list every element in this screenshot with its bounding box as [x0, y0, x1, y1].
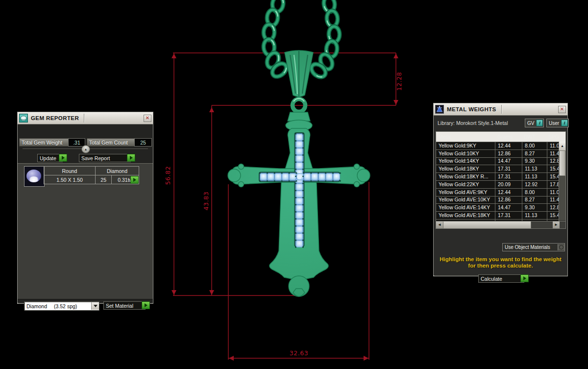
dropdown-glyph-button[interactable]	[558, 244, 564, 250]
table-cell[interactable]: Yellow Gold:18KY	[436, 165, 495, 172]
table-row[interactable]: Yellow Gold:10KY12.868.2711.43	[436, 150, 559, 158]
table-cell[interactable]: 14.47	[495, 158, 522, 165]
table-cell[interactable]: Yellow Gold AVE:9KY	[436, 189, 495, 196]
table-cell[interactable]: Yellow Gold:14KY	[436, 158, 495, 165]
table-cell[interactable]: 12.44	[495, 142, 522, 149]
table-cell[interactable]: 14.47	[495, 204, 522, 211]
total-gem-weight-label: Total Gem Weight	[19, 138, 71, 147]
metal-table-body[interactable]: Yellow Gold:9KY12.448.0011.08Yellow Gold…	[436, 142, 565, 227]
material-dropdown-spg: (3.52 spg)	[54, 303, 77, 309]
set-material-go-button[interactable]	[142, 301, 150, 309]
table-row[interactable]: Yellow Gold:22KY20.0912.9217.85	[436, 181, 559, 189]
gem-reporter-window[interactable]: GEM REPORTER ✕ Total Gem Weight .31 Tota…	[17, 112, 153, 304]
info-icon: I	[561, 120, 568, 126]
use-object-materials-dropdown[interactable]: Use Object Materials	[502, 243, 565, 251]
table-cell[interactable]: 17.85	[547, 181, 559, 188]
pendant-model[interactable]	[228, 0, 370, 296]
table-cell[interactable]: 17.31	[495, 165, 522, 172]
vertical-scroll-thumb[interactable]	[559, 150, 565, 176]
close-button[interactable]: ✕	[558, 106, 566, 113]
table-cell[interactable]: Yellow Gold AVE:14KY	[436, 204, 495, 211]
table-row[interactable]: Yellow Gold:9KY12.448.0011.08	[436, 142, 559, 150]
calculate-go-button[interactable]	[520, 274, 529, 282]
table-cell[interactable]: 11.13	[522, 165, 547, 172]
table-cell[interactable]: Yellow Gold:9KY	[436, 142, 495, 149]
total-gem-weight-value: .31	[68, 138, 85, 147]
table-cell[interactable]: 12.44	[495, 189, 522, 196]
gem-material-cell[interactable]: Diamond	[96, 167, 139, 175]
table-cell[interactable]: Yellow Gold AVE:18KY	[436, 212, 495, 219]
table-cell[interactable]: 8.00	[522, 142, 547, 149]
gem-row-go-button[interactable]	[130, 176, 139, 184]
metal-weights-window[interactable]: METAL WEIGHTS ✕ Library: Morokort Style.…	[433, 103, 568, 276]
dimension-label-cross-height: 43.83	[202, 192, 210, 210]
close-button[interactable]: ✕	[144, 115, 151, 122]
gem-size-cell[interactable]: 1.50 X 1.50	[44, 175, 96, 184]
gem-reporter-titlebar[interactable]: GEM REPORTER ✕	[18, 112, 153, 124]
table-cell[interactable]: 12.92	[522, 181, 547, 188]
vertical-scrollbar[interactable]: ▲ ▼	[559, 142, 565, 227]
table-cell[interactable]: 8.00	[522, 189, 547, 196]
table-cell[interactable]: 8.27	[522, 197, 547, 204]
column-header-grams: Grams	[495, 132, 521, 142]
table-cell[interactable]: 12.88	[547, 204, 559, 211]
table-row[interactable]: Yellow Gold AVE:18KY17.3111.1315.41	[436, 212, 559, 220]
table-cell[interactable]: 12.86	[495, 150, 522, 157]
gem-row-header[interactable]: Round Diamond	[44, 167, 139, 175]
table-cell[interactable]: 11.13	[522, 173, 547, 180]
table-row[interactable]: Yellow Gold AVE:14KY14.479.3012.88	[436, 204, 559, 212]
collapse-button[interactable]: ▲	[81, 145, 90, 153]
gem-row-values[interactable]: 1.50 X 1.50 25 0.31tw	[44, 175, 139, 184]
calculate-button[interactable]: Calculate	[478, 274, 524, 283]
table-cell[interactable]: 12.86	[495, 197, 522, 204]
table-cell[interactable]: 11.08	[547, 189, 559, 196]
gem-shape-cell[interactable]: Round	[44, 167, 96, 175]
table-cell[interactable]: 9.30	[522, 204, 547, 211]
update-go-button[interactable]	[59, 154, 67, 162]
table-cell[interactable]: 17.31	[495, 173, 522, 180]
metal-weights-titlebar[interactable]: METAL WEIGHTS ✕	[434, 103, 567, 116]
dropdown-arrow-button[interactable]	[91, 302, 99, 310]
table-cell[interactable]: 12.88	[547, 158, 559, 165]
table-cell[interactable]: 11.43	[547, 150, 559, 157]
save-report-button[interactable]: Save Report	[79, 154, 131, 162]
set-material-button[interactable]: Set Material	[103, 301, 146, 310]
save-report-go-button[interactable]	[127, 154, 135, 162]
table-cell[interactable]: 17.31	[495, 212, 522, 219]
gv-button[interactable]: GV I	[525, 119, 544, 127]
scroll-up-button[interactable]: ▲	[559, 142, 565, 150]
column-header-dwt: DWT	[521, 132, 546, 142]
chevron-down-icon	[94, 305, 98, 307]
table-cell[interactable]: Yellow Gold:10KY	[436, 150, 495, 157]
material-dropdown[interactable]: Diamond (3.52 spg)	[24, 301, 99, 311]
horizontal-scrollbar[interactable]: ◄ ►	[436, 221, 566, 229]
table-cell[interactable]: Yellow Gold AVE:10KY	[436, 197, 495, 204]
table-cell[interactable]: 15.41	[547, 212, 559, 219]
metal-weights-icon	[435, 105, 444, 114]
table-cell[interactable]: 15.41	[547, 173, 559, 180]
table-cell[interactable]: 15.41	[547, 165, 559, 172]
metal-weights-title: METAL WEIGHTS	[447, 106, 496, 112]
table-cell[interactable]: 11.13	[522, 212, 547, 219]
user-button[interactable]: User I	[546, 119, 569, 127]
table-cell[interactable]: 9.30	[522, 158, 547, 165]
table-cell[interactable]: 8.27	[522, 150, 547, 157]
table-row[interactable]: Yellow Gold:18KY R...17.3111.1315.41	[436, 173, 559, 181]
metal-table[interactable]: Metal Grams DWT SPG Yellow Gold:9KY12.44…	[436, 131, 566, 227]
table-cell[interactable]: 11.43	[547, 197, 559, 204]
gem-thumbnail[interactable]	[24, 166, 45, 187]
table-cell[interactable]: 11.08	[547, 142, 559, 149]
table-cell[interactable]: 20.09	[495, 181, 522, 188]
scroll-right-button[interactable]: ►	[553, 221, 560, 228]
table-row[interactable]: Yellow Gold AVE:10KY12.868.2711.43	[436, 197, 559, 204]
gem-row-table[interactable]: Round Diamond 1.50 X 1.50 25 0.31tw	[44, 166, 139, 184]
scroll-left-button[interactable]: ◄	[436, 221, 443, 228]
gem-list-area[interactable]: Round Diamond 1.50 X 1.50 25 0.31tw	[18, 163, 153, 299]
table-row[interactable]: Yellow Gold AVE:9KY12.448.0011.08	[436, 189, 559, 197]
table-row[interactable]: Yellow Gold:18KY17.3111.1315.41	[436, 165, 559, 173]
gem-count-cell[interactable]: 25	[96, 175, 112, 184]
table-row[interactable]: Yellow Gold:14KY14.479.3012.88	[436, 158, 559, 166]
table-cell[interactable]: Yellow Gold:18KY R...	[436, 173, 495, 180]
horizontal-scroll-thumb[interactable]	[443, 221, 531, 228]
table-cell[interactable]: Yellow Gold:22KY	[436, 181, 495, 188]
